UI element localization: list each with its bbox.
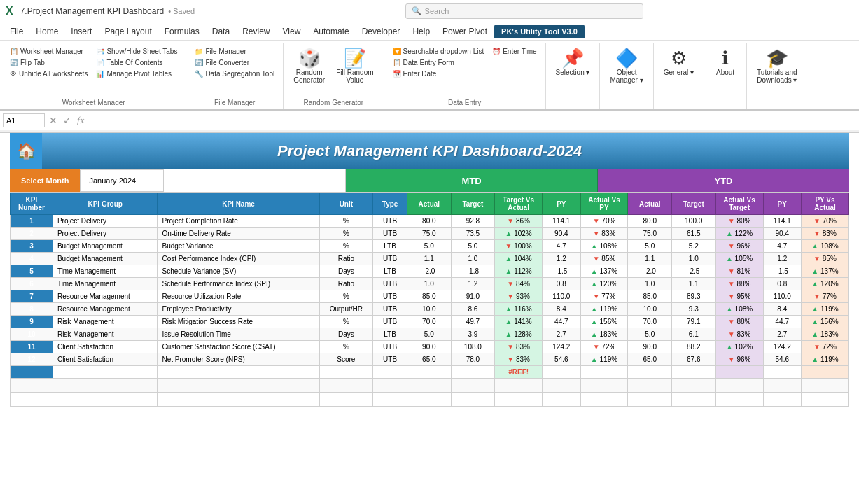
- menu-automate[interactable]: Automate: [307, 24, 354, 38]
- worksheet-manager-btn[interactable]: 📋Worksheet Manager: [7, 46, 90, 57]
- manage-pivot-btn[interactable]: 📊Manage Pivot Tables: [93, 69, 180, 79]
- cell-ytd-actual: 1.0: [628, 278, 672, 290]
- file-manager-label: File Manager: [214, 99, 255, 109]
- ribbon-group-tutorials: 🎓 Tutorials andDownloads ▾: [747, 43, 806, 109]
- worksheet-manager-col1: 📋Worksheet Manager 🔄Flip Tab 👁Unhide All…: [7, 46, 90, 79]
- cell-kpi-num: 9: [11, 316, 53, 328]
- table-row: #REF!: [11, 366, 849, 379]
- search-box[interactable]: 🔍 Search: [405, 4, 643, 19]
- enter-date-btn[interactable]: 📅Enter Date: [390, 69, 487, 79]
- cell-type: UTB: [373, 303, 407, 316]
- worksheet-manager-label: Worksheet Manager: [62, 99, 125, 109]
- cell-empty: [628, 379, 672, 393]
- menu-formulas[interactable]: Formulas: [159, 24, 205, 38]
- searchable-dropdown-btn[interactable]: 🔽Searchable dropdown List: [390, 46, 487, 57]
- cell-ytd-pva: ▲ 137%: [801, 265, 848, 278]
- cell-unit: %: [319, 316, 372, 328]
- cell-mtd-tva: ▲ 102%: [495, 227, 543, 240]
- menu-home[interactable]: Home: [30, 24, 64, 38]
- cell-ytd-pva: ▼ 83%: [801, 227, 848, 240]
- fill-random-btn[interactable]: 📝 Fill RandomValue: [332, 46, 377, 87]
- object-manager-label: ObjectManager ▾: [610, 69, 643, 84]
- object-manager-btn[interactable]: 🔷 ObjectManager ▾: [606, 46, 647, 87]
- cell-ytd-py: 54.6: [763, 354, 801, 366]
- cell-ytd-avt: ▼ 96%: [715, 240, 763, 253]
- menu-developer[interactable]: Developer: [356, 24, 406, 38]
- general-btn[interactable]: ⚙ General ▾: [659, 46, 698, 79]
- ribbon: 📋Worksheet Manager 🔄Flip Tab 👁Unhide All…: [0, 41, 859, 111]
- flip-tab-btn[interactable]: 🔄Flip Tab: [7, 57, 90, 68]
- cell-empty: [319, 379, 372, 393]
- about-btn[interactable]: ℹ About: [710, 46, 741, 79]
- tutorials-content: 🎓 Tutorials andDownloads ▾: [753, 43, 801, 106]
- menu-data[interactable]: Data: [207, 24, 235, 38]
- menu-help[interactable]: Help: [407, 24, 435, 38]
- cell-empty: [672, 393, 716, 407]
- cell-mtd-py: 124.2: [543, 341, 580, 354]
- menu-review[interactable]: Review: [237, 24, 275, 38]
- cell-mtd-avp: ▲ 120%: [580, 278, 628, 290]
- select-month-button[interactable]: Select Month: [10, 169, 80, 192]
- cell-ytd-actual: 10.0: [628, 303, 672, 316]
- menu-power-pivot[interactable]: Power Pivot: [437, 24, 493, 38]
- cell-reference[interactable]: [3, 113, 45, 127]
- cell-mtd-avp: [580, 366, 628, 379]
- data-entry-form-btn[interactable]: 📋Data Entry Form: [390, 57, 487, 68]
- cell-ytd-pva: ▲ 119%: [801, 354, 848, 366]
- cell-empty: [715, 379, 763, 393]
- enter-time-btn[interactable]: ⏰Enter Time: [489, 46, 539, 57]
- formula-input[interactable]: [88, 113, 856, 127]
- cell-mtd-avp: ▼ 72%: [580, 341, 628, 354]
- cell-mtd-actual: -2.0: [407, 265, 452, 278]
- cell-mtd-target: -1.8: [451, 265, 495, 278]
- dashboard-header: 🏠 Project Management KPI Dashboard-2024: [10, 133, 849, 169]
- selection-btn[interactable]: 📌 Selection ▾: [552, 46, 594, 79]
- selection-label: Selection ▾: [556, 69, 590, 76]
- cell-ytd-actual: 5.0: [628, 240, 672, 253]
- cell-empty: [407, 393, 452, 407]
- cell-unit: Ratio: [319, 253, 372, 265]
- cell-type: LTB: [373, 328, 407, 341]
- ribbon-group-object-manager: 🔷 ObjectManager ▾: [600, 43, 653, 109]
- cell-empty: [543, 379, 580, 393]
- formula-bar: ✕ ✓ 𝑓𝑥: [0, 111, 859, 130]
- cell-ytd-target: 9.3: [672, 303, 716, 316]
- menu-utility-tool[interactable]: PK's Utility Tool V3.0: [494, 24, 585, 38]
- cell-type: UTB: [373, 341, 407, 354]
- col-ytd-pva: PY Vs Actual: [801, 193, 848, 215]
- menu-file[interactable]: File: [4, 24, 29, 38]
- menu-page-layout[interactable]: Page Layout: [99, 24, 157, 38]
- cell-kpi-group: Resource Management: [53, 303, 158, 316]
- cell-kpi-group: Budget Management: [53, 253, 158, 265]
- col-kpi-name: KPI Name: [158, 193, 319, 215]
- table-of-contents-btn[interactable]: 📄Table Of Contents: [93, 57, 180, 68]
- random-generator-btn[interactable]: 🎲 RandomGenerator: [289, 46, 329, 87]
- file-manager-btn[interactable]: 📁File Manager: [192, 46, 277, 57]
- data-segregation-btn[interactable]: 🔧Data Segregation Tool: [192, 69, 277, 79]
- col-ytd-actual: Actual: [628, 193, 672, 215]
- unhide-all-btn[interactable]: 👁Unhide All worksheets: [7, 69, 90, 79]
- ribbon-group-about: ℹ About: [704, 43, 747, 109]
- file-converter-btn[interactable]: 🔄File Converter: [192, 57, 277, 68]
- menu-view[interactable]: View: [277, 24, 307, 38]
- show-hide-tabs-btn[interactable]: 📑Show/Hide Sheet Tabs: [93, 46, 180, 57]
- general-content: ⚙ General ▾: [659, 43, 698, 106]
- cell-ytd-py: 1.2: [763, 253, 801, 265]
- col-kpi-number: KPI Number: [11, 193, 53, 215]
- menu-insert[interactable]: Insert: [65, 24, 97, 38]
- tutorials-btn[interactable]: 🎓 Tutorials andDownloads ▾: [753, 46, 801, 87]
- cell-kpi-group: Budget Management: [53, 240, 158, 253]
- worksheet-manager-col2: 📑Show/Hide Sheet Tabs 📄Table Of Contents…: [93, 46, 180, 79]
- cell-mtd-py: 4.7: [543, 240, 580, 253]
- cell-kpi-num: 5: [11, 265, 53, 278]
- cell-mtd-actual: 1.1: [407, 253, 452, 265]
- cell-empty: [451, 379, 495, 393]
- worksheet-manager-content: 📋Worksheet Manager 🔄Flip Tab 👁Unhide All…: [7, 43, 180, 99]
- cell-mtd-tva: ▲ 104%: [495, 253, 543, 265]
- home-icon-cell[interactable]: 🏠: [10, 133, 42, 169]
- month-value[interactable]: January 2024: [80, 169, 164, 192]
- cell-unit: %: [319, 341, 372, 354]
- cell-mtd-tva: ▼ 86%: [495, 215, 543, 227]
- cell-mtd-actual: 75.0: [407, 227, 452, 240]
- cell-kpi-name: Resource Utilization Rate: [158, 290, 319, 303]
